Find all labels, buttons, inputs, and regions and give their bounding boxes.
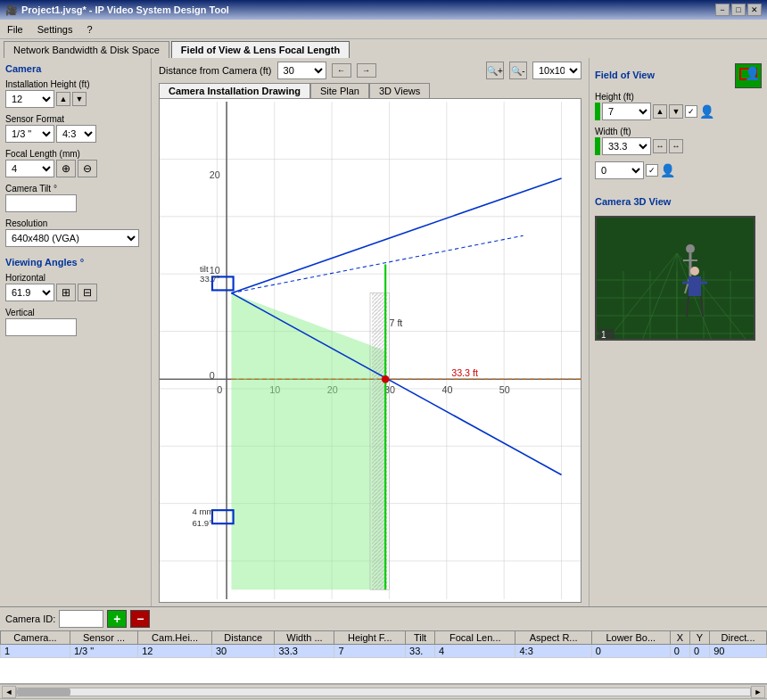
sensor-format-field: Sensor Format 1/3 " 1/4 " 1/2 " 4:3 16:9: [5, 114, 145, 143]
camera-id-input[interactable]: 1: [59, 610, 103, 628]
vertical-angle-input[interactable]: 48.4: [5, 318, 77, 336]
fov-width-left[interactable]: ↔: [653, 139, 667, 153]
col-y: Y: [689, 631, 709, 645]
menu-help[interactable]: ?: [83, 22, 95, 37]
tab-3d-views[interactable]: 3D Views: [369, 83, 430, 98]
svg-text:0: 0: [217, 384, 222, 395]
cell-lower: 0: [591, 645, 670, 658]
menu-file[interactable]: File: [4, 22, 27, 37]
camera-tilt-field: Camera Tilt ° 33.7: [5, 184, 145, 212]
fov-height-up[interactable]: ▲: [653, 104, 667, 119]
fov-lower-select[interactable]: 0 1 2: [595, 161, 644, 179]
sensor-format-select1[interactable]: 1/3 " 1/4 " 1/2 ": [5, 125, 54, 143]
fov-lower-checkbox[interactable]: ✓: [646, 164, 658, 177]
fov-height-select[interactable]: 7 5 8: [602, 103, 651, 120]
menu-bar: File Settings ?: [0, 20, 767, 39]
tab-site-plan[interactable]: Site Plan: [310, 83, 369, 98]
top-tab-bar: Network Bandwidth & Disk Space Field of …: [0, 39, 767, 58]
close-button[interactable]: ✕: [747, 4, 762, 16]
table-header-row: Camera... Sensor ... Cam.Hei... Distance…: [1, 631, 767, 645]
svg-text:0: 0: [210, 370, 215, 381]
cell-width: 33.3: [275, 645, 334, 658]
distance-left-btn[interactable]: ←: [332, 63, 351, 78]
focal-length-label: Focal Length (mm): [5, 149, 145, 159]
svg-text:1: 1: [601, 330, 606, 340]
fov-width-label: Width (ft): [595, 127, 762, 136]
height-up-btn[interactable]: ▲: [56, 92, 70, 106]
fov-lower-person: 👤: [660, 163, 675, 177]
camera-3d-view: 1: [595, 216, 755, 341]
fov-width-field: Width (ft) 33.3 20 40 ↔ ↔: [595, 127, 762, 155]
table-row[interactable]: 1 1/3 " 12 30 33.3 7 33. 4 4:3 0 0 0 90: [1, 645, 767, 658]
vertical-angle-label: Vertical: [5, 308, 145, 317]
horizontal-angle-label: Horizontal: [5, 273, 145, 283]
svg-point-59: [686, 244, 695, 253]
col-camhei: Cam.Hei...: [138, 631, 212, 645]
focal-decrease-btn[interactable]: ⊖: [78, 160, 97, 177]
col-x: X: [670, 631, 689, 645]
fov-width-right[interactable]: ↔: [669, 139, 683, 153]
col-aspect: Aspect R...: [515, 631, 591, 645]
fov-height-label: Height (ft): [595, 92, 762, 102]
drawing-tab-bar: Camera Installation Drawing Site Plan 3D…: [152, 83, 589, 98]
cell-tilt: 33.: [406, 645, 435, 658]
right-panel: Field of View 👤 Height (ft) 7 5: [589, 58, 767, 606]
col-direct: Direct...: [710, 631, 767, 645]
fov-label: Field of View: [595, 70, 655, 80]
height-down-btn[interactable]: ▼: [72, 92, 87, 106]
delete-camera-button[interactable]: −: [130, 610, 150, 628]
col-focal: Focal Len...: [435, 631, 515, 645]
col-lower: Lower Bo...: [591, 631, 670, 645]
scroll-track[interactable]: [16, 688, 751, 696]
camera-3d-label: Camera 3D View: [595, 196, 762, 207]
tab-network-bandwidth[interactable]: Network Bandwidth & Disk Space: [4, 41, 169, 58]
horizontal-scrollbar[interactable]: ◄ ►: [0, 684, 767, 698]
resolution-select[interactable]: 640x480 (VGA) 1280x720 (HD) 1920x1080 (F…: [5, 229, 139, 247]
sensor-format-select2[interactable]: 4:3 16:9: [56, 125, 96, 143]
col-distance: Distance: [212, 631, 275, 645]
installation-height-field: Installation Height (ft) 12 8 10 15 ▲ ▼: [5, 79, 145, 108]
cell-camera-id: 1: [1, 645, 70, 658]
zoom-level-select[interactable]: 10x10 5x5 20x20: [532, 62, 581, 79]
svg-text:33.3 ft: 33.3 ft: [451, 367, 478, 378]
installation-height-select[interactable]: 12 8 10 15: [5, 90, 54, 108]
menu-settings[interactable]: Settings: [34, 22, 77, 37]
fov-height-down[interactable]: ▼: [669, 104, 683, 119]
cell-distance: 30: [212, 645, 275, 658]
svg-text:7 ft: 7 ft: [389, 317, 402, 328]
svg-text:40: 40: [441, 384, 452, 395]
fov-width-bar: [595, 137, 600, 155]
fov-height-checkbox[interactable]: ✓: [685, 105, 697, 118]
cell-y: 0: [689, 645, 709, 658]
scroll-left-btn[interactable]: ◄: [2, 686, 16, 698]
distance-right-btn[interactable]: →: [357, 63, 376, 78]
svg-rect-65: [689, 276, 701, 296]
tab-field-of-view[interactable]: Field of View & Lens Focal Length: [171, 41, 350, 59]
fov-width-select[interactable]: 33.3 20 40: [602, 137, 651, 155]
camera-table-container: Camera... Sensor ... Cam.Hei... Distance…: [0, 630, 767, 684]
zoom-in-btn[interactable]: 🔍+: [486, 62, 504, 79]
svg-text:61.9°: 61.9°: [192, 518, 212, 528]
horizontal-angle-select[interactable]: 61.9 50 70: [5, 284, 54, 301]
fov-height-bar: [595, 103, 600, 120]
installation-height-label: Installation Height (ft): [5, 79, 145, 89]
resolution-label: Resolution: [5, 218, 145, 228]
horizontal-contract-btn[interactable]: ⊟: [78, 284, 97, 301]
minimize-button[interactable]: −: [715, 4, 730, 16]
add-camera-button[interactable]: +: [107, 610, 127, 628]
cell-focal: 4: [435, 645, 515, 658]
tab-camera-installation[interactable]: Camera Installation Drawing: [159, 83, 310, 98]
focal-length-select[interactable]: 4 6 8 12: [5, 160, 54, 177]
viewing-angles-label: Viewing Angles °: [5, 257, 145, 268]
col-camera: Camera...: [1, 631, 70, 645]
distance-select[interactable]: 30 10 20 40 50: [277, 62, 326, 79]
svg-text:20: 20: [210, 169, 220, 180]
camera-id-label: Camera ID:: [5, 614, 55, 624]
maximize-button[interactable]: □: [731, 4, 746, 16]
zoom-out-btn[interactable]: 🔍-: [509, 62, 527, 79]
horizontal-expand-btn[interactable]: ⊞: [56, 284, 76, 301]
camera-tilt-input[interactable]: 33.7: [5, 194, 77, 212]
focal-increase-btn[interactable]: ⊕: [56, 160, 76, 177]
scroll-right-btn[interactable]: ►: [751, 686, 765, 698]
distance-bar: Distance from Camera (ft) 30 10 20 40 50…: [152, 58, 589, 83]
